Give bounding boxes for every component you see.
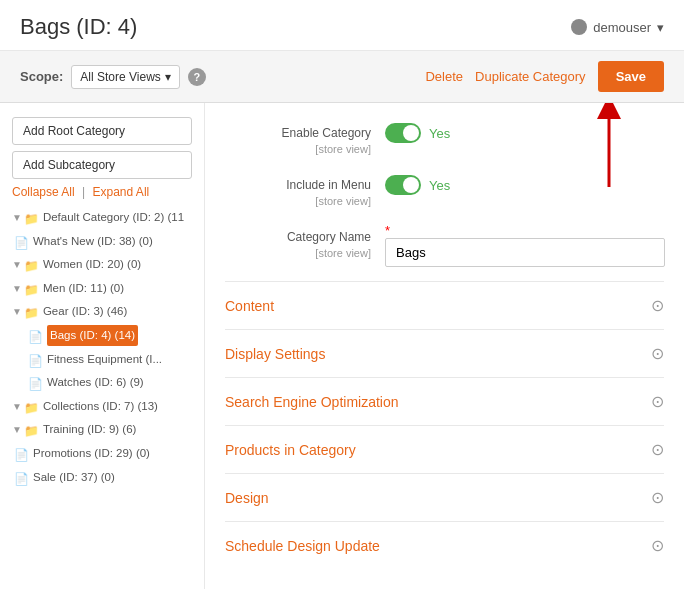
accordion-chevron-icon: ⊙ [651,488,664,507]
tree-folder-icon: 📁 [24,303,39,325]
tree-item[interactable]: ▼📁Collections (ID: 7) (13) [12,396,192,420]
username: demouser [593,20,651,35]
accordion-section-seo[interactable]: Search Engine Optimization⊙ [225,377,664,425]
tree-item-label: Watches (ID: 6) (9) [47,372,144,393]
category-tree: ▼📁Default Category (ID: 2) (11📄What's Ne… [12,207,192,490]
tree-item-label: Default Category (ID: 2) (11 [43,207,184,228]
tree-folder-icon: 📄 [28,374,43,396]
enable-category-value: Yes [429,126,450,141]
accordion-section-design[interactable]: Design⊙ [225,473,664,521]
enable-category-toggle[interactable] [385,123,421,143]
tree-item-label: Men (ID: 11) (0) [43,278,124,299]
accordion-section-schedule[interactable]: Schedule Design Update⊙ [225,521,664,569]
toolbar: Scope: All Store Views ▾ ? Delete Duplic… [0,51,684,103]
tree-folder-icon: 📁 [24,209,39,231]
save-button[interactable]: Save [598,61,664,92]
tree-folder-icon: 📁 [24,421,39,443]
category-name-label: Category Name [store view] [225,223,385,261]
tree-item-label: Women (ID: 20) (0) [43,254,141,275]
duplicate-category-button[interactable]: Duplicate Category [475,69,586,84]
tree-item-label: Training (ID: 9) (6) [43,419,137,440]
tree-toggle-icon: ▼ [12,398,22,416]
accordion-sections: Content⊙Display Settings⊙Search Engine O… [225,281,664,569]
add-subcategory-button[interactable]: Add Subcategory [12,151,192,179]
enable-category-control: Yes [385,119,664,143]
tree-item[interactable]: ▼📁Gear (ID: 3) (46) [12,301,192,325]
tree-item[interactable]: ▼📁Default Category (ID: 2) (11 [12,207,192,231]
tree-toggle-icon: ▼ [12,421,22,439]
tree-folder-icon: 📁 [24,280,39,302]
tree-item[interactable]: ▼📁Training (ID: 9) (6) [12,419,192,443]
main-content: Add Root Category Add Subcategory Collap… [0,103,684,589]
tree-toggle-icon: ▼ [12,256,22,274]
include-in-menu-row: Include in Menu [store view] Yes [225,171,664,209]
tree-item-label: Fitness Equipment (I... [47,349,162,370]
user-icon [571,19,587,35]
add-root-category-button[interactable]: Add Root Category [12,117,192,145]
tree-toggle-icon: ▼ [12,303,22,321]
accordion-title: Search Engine Optimization [225,394,399,410]
tree-item[interactable]: 📄Bags (ID: 4) (14) [12,325,192,349]
accordion-section-display-settings[interactable]: Display Settings⊙ [225,329,664,377]
tree-item-label: Bags (ID: 4) (14) [47,325,138,346]
help-icon[interactable]: ? [188,68,206,86]
toolbar-actions: Delete Duplicate Category Save [425,61,664,92]
category-name-row: Category Name [store view] * [225,223,664,267]
tree-item[interactable]: 📄Promotions (ID: 29) (0) [12,443,192,467]
tree-item-label: Sale (ID: 37) (0) [33,467,115,488]
accordion-title: Display Settings [225,346,325,362]
accordion-chevron-icon: ⊙ [651,392,664,411]
expand-all-link[interactable]: Expand All [93,185,150,199]
accordion-title: Products in Category [225,442,356,458]
include-in-menu-toggle[interactable] [385,175,421,195]
user-menu[interactable]: demouser ▾ [571,19,664,35]
scope-section: Scope: All Store Views ▾ ? [20,65,206,89]
tree-item[interactable]: 📄Watches (ID: 6) (9) [12,372,192,396]
tree-folder-icon: 📁 [24,398,39,420]
accordion-section-products[interactable]: Products in Category⊙ [225,425,664,473]
tree-item[interactable]: 📄Sale (ID: 37) (0) [12,467,192,491]
collapse-all-link[interactable]: Collapse All [12,185,75,199]
include-in-menu-label: Include in Menu [store view] [225,171,385,209]
tree-folder-icon: 📄 [14,469,29,491]
enable-category-label: Enable Category [store view] [225,119,385,157]
scope-value: All Store Views [80,70,160,84]
scope-chevron-icon: ▾ [165,70,171,84]
delete-button[interactable]: Delete [425,69,463,84]
accordion-chevron-icon: ⊙ [651,440,664,459]
accordion-chevron-icon: ⊙ [651,296,664,315]
tree-folder-icon: 📄 [14,233,29,255]
tree-item[interactable]: 📄Fitness Equipment (I... [12,349,192,373]
accordion-title: Content [225,298,274,314]
tree-item[interactable]: ▼📁Men (ID: 11) (0) [12,278,192,302]
include-in-menu-value: Yes [429,178,450,193]
include-in-menu-control: Yes [385,171,664,195]
tree-toggle-icon: ▼ [12,280,22,298]
tree-item-label: What's New (ID: 38) (0) [33,231,153,252]
tree-folder-icon: 📄 [28,327,43,349]
user-dropdown-icon: ▾ [657,20,664,35]
tree-folder-icon: 📄 [14,445,29,467]
tree-folder-icon: 📁 [24,256,39,278]
enable-category-row: Enable Category [store view] Yes [225,119,664,157]
tree-item-label: Gear (ID: 3) (46) [43,301,127,322]
tree-item[interactable]: ▼📁Women (ID: 20) (0) [12,254,192,278]
required-star: * [385,223,390,238]
tree-item[interactable]: 📄What's New (ID: 38) (0) [12,231,192,255]
accordion-title: Design [225,490,269,506]
category-name-input[interactable] [385,238,665,267]
form-area: Enable Category [store view] Yes Include… [205,103,684,589]
scope-label: Scope: [20,69,63,84]
page-header: Bags (ID: 4) demouser ▾ [0,0,684,51]
tree-item-label: Collections (ID: 7) (13) [43,396,158,417]
sidebar: Add Root Category Add Subcategory Collap… [0,103,205,589]
accordion-chevron-icon: ⊙ [651,536,664,555]
collapse-expand-links: Collapse All | Expand All [12,185,192,199]
accordion-chevron-icon: ⊙ [651,344,664,363]
tree-item-label: Promotions (ID: 29) (0) [33,443,150,464]
accordion-title: Schedule Design Update [225,538,380,554]
category-name-control: * [385,223,665,267]
page-title: Bags (ID: 4) [20,14,137,40]
accordion-section-content[interactable]: Content⊙ [225,281,664,329]
scope-dropdown[interactable]: All Store Views ▾ [71,65,179,89]
